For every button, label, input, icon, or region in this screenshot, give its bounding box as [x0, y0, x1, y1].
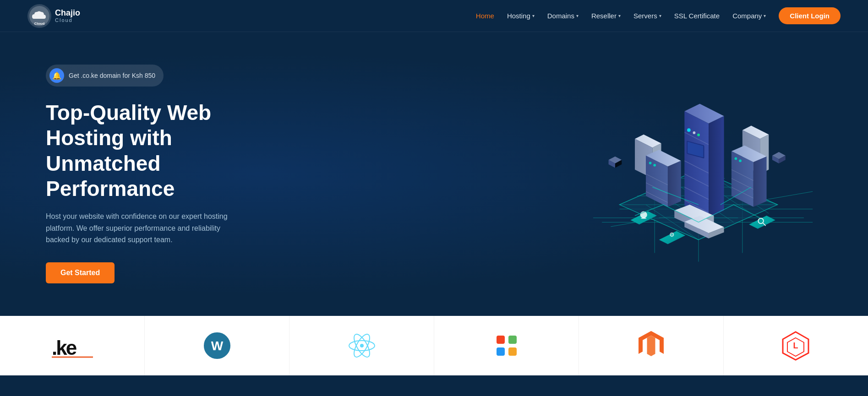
nav-home[interactable]: Home: [476, 12, 494, 20]
company-caret: ▾: [764, 13, 766, 18]
svg-point-63: [693, 131, 696, 134]
hero-illustration: ⚙: [566, 69, 831, 279]
nav-ssl[interactable]: SSL Certificate: [674, 12, 720, 20]
brand-card-wordpress[interactable]: W: [145, 316, 289, 375]
logo: Cloud Chajio Cloud: [27, 4, 80, 28]
brand-card-laravel[interactable]: L: [724, 316, 868, 375]
svg-text:.ke: .ke: [52, 336, 76, 359]
ke-logo: .ke: [49, 332, 95, 359]
magento-logo: [639, 331, 664, 361]
svg-point-42: [649, 162, 652, 164]
svg-marker-46: [753, 157, 767, 207]
svg-point-43: [653, 164, 656, 167]
client-login-button[interactable]: Client Login: [779, 7, 841, 24]
svg-point-64: [697, 134, 700, 136]
nav-hosting[interactable]: Hosting ▾: [507, 12, 535, 20]
svg-text:⚙: ⚙: [670, 231, 675, 238]
promo-badge[interactable]: 🔔 Get .co.ke domain for Ksh 850: [46, 65, 164, 87]
hero-subtitle: Host your website with confidence on our…: [46, 211, 243, 246]
brand-card-magento[interactable]: [579, 316, 724, 375]
brand-card-react[interactable]: [289, 316, 434, 375]
hero-content: 🔔 Get .co.ke domain for Ksh 850 Top-Qual…: [46, 65, 284, 283]
get-started-button[interactable]: Get Started: [46, 262, 115, 283]
svg-point-62: [687, 128, 691, 132]
svg-text:W: W: [211, 339, 223, 353]
navbar: Cloud Chajio Cloud Home Hosting ▾ Domain…: [0, 0, 868, 32]
logo-icon: Cloud: [27, 4, 51, 28]
svg-rect-87: [508, 336, 517, 344]
promo-text: Get .co.ke domain for Ksh 850: [69, 72, 155, 79]
joomla-logo: [493, 332, 520, 359]
svg-rect-88: [497, 347, 505, 356]
servers-caret: ▾: [659, 13, 661, 18]
hero-title: Top-Quality Web Hosting with Unmatched P…: [46, 100, 284, 201]
nav-domains[interactable]: Domains ▾: [547, 12, 579, 20]
wordpress-logo: W: [203, 332, 231, 359]
nav-company[interactable]: Company ▾: [732, 12, 766, 20]
brand-cards: .ke W: [0, 316, 868, 375]
brand-card-ke[interactable]: .ke: [0, 316, 145, 375]
svg-marker-38: [668, 161, 681, 207]
nav-reseller[interactable]: Reseller ▾: [591, 12, 621, 20]
svg-text:Cloud: Cloud: [34, 22, 45, 26]
laravel-logo: L: [781, 331, 811, 361]
hero-section: 🔔 Get .co.ke domain for Ksh 850 Top-Qual…: [0, 32, 868, 316]
svg-rect-89: [508, 347, 517, 356]
hosting-caret: ▾: [532, 13, 535, 18]
nav-servers[interactable]: Servers ▾: [633, 12, 661, 20]
server-illustration: ⚙: [566, 69, 831, 279]
svg-point-50: [735, 157, 737, 160]
brand-card-joomla[interactable]: [434, 316, 579, 375]
svg-point-85: [360, 344, 364, 347]
domains-caret: ▾: [576, 13, 579, 18]
brand-sub: Cloud: [55, 17, 80, 23]
reseller-caret: ▾: [618, 13, 621, 18]
nav-links: Home Hosting ▾ Domains ▾ Reseller ▾ Serv…: [476, 7, 841, 24]
bell-icon: 🔔: [49, 68, 64, 83]
svg-marker-54: [709, 116, 724, 218]
react-logo: [348, 332, 376, 359]
svg-rect-86: [497, 336, 505, 344]
svg-text:L: L: [793, 341, 798, 350]
svg-point-51: [739, 159, 742, 162]
brand-name: Chajio: [55, 9, 80, 18]
